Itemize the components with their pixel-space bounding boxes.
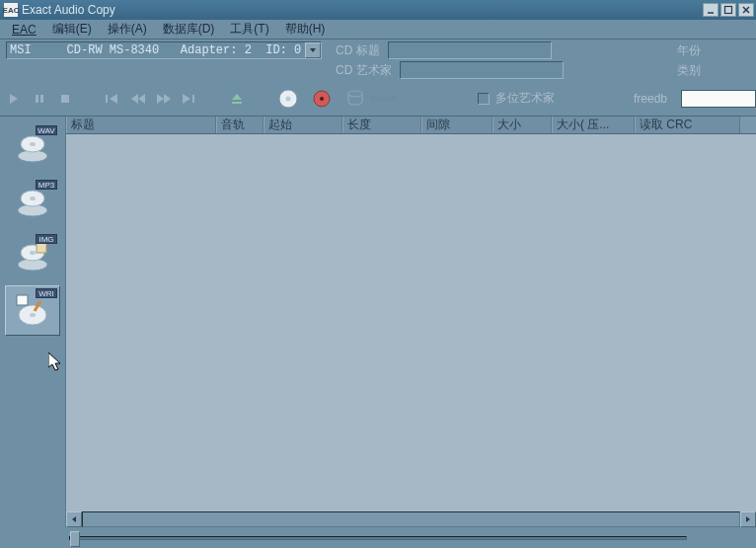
title-bar: EAC Exact Audio Copy <box>0 0 756 20</box>
svg-point-23 <box>348 91 362 97</box>
img-badge: IMG <box>36 234 57 244</box>
svg-point-32 <box>30 251 36 255</box>
menu-eac[interactable]: EAC <box>4 21 44 39</box>
genre-label: 类别 <box>677 62 701 79</box>
col-compsize[interactable]: 大小( 压... <box>552 117 635 133</box>
track-list[interactable] <box>66 134 756 511</box>
svg-marker-13 <box>157 94 164 104</box>
col-track[interactable]: 音轨 <box>216 117 264 133</box>
drive-selector[interactable]: MSI CD-RW MS-8340 Adapter: 2 ID: 0 <box>6 41 322 59</box>
svg-marker-14 <box>164 94 171 104</box>
freedb-input[interactable] <box>681 90 756 108</box>
main-area: WAV MP3 IMG WRI 标题 音轨 起始 长度 间隙 大小 大小( 压.… <box>0 117 756 527</box>
playback-toolbar: freedb 多位艺术家 freedb <box>0 81 756 117</box>
prev-track-button[interactable] <box>105 91 120 107</box>
menu-help[interactable]: 帮助(H) <box>277 19 334 39</box>
wri-badge: WRI <box>36 288 57 298</box>
wav-badge: WAV <box>36 125 57 135</box>
hscroll-track[interactable] <box>82 511 740 527</box>
pause-button[interactable] <box>32 91 47 107</box>
multiartist-label: 多位艺术家 <box>495 90 555 107</box>
svg-marker-17 <box>232 94 242 100</box>
drive-selector-text: MSI CD-RW MS-8340 Adapter: 2 ID: 0 <box>7 43 305 57</box>
svg-point-22 <box>320 97 324 101</box>
svg-marker-5 <box>10 94 18 104</box>
svg-marker-38 <box>72 516 76 522</box>
svg-point-35 <box>30 313 36 317</box>
sidebar: WAV MP3 IMG WRI <box>0 117 66 527</box>
seek-thumb[interactable] <box>70 531 80 547</box>
sidebar-img[interactable]: IMG <box>5 231 60 281</box>
cd-icon[interactable] <box>276 87 300 111</box>
sidebar-mp3[interactable]: MP3 <box>5 177 60 227</box>
rewind-button[interactable] <box>130 91 146 107</box>
track-list-area: 标题 音轨 起始 长度 间隙 大小 大小( 压... 读取 CRC <box>66 117 756 527</box>
svg-rect-1 <box>725 7 732 14</box>
cd-title-label: CD 标题 <box>336 42 380 59</box>
col-start[interactable]: 起始 <box>264 117 342 133</box>
sidebar-wri[interactable]: WRI <box>5 285 60 336</box>
svg-rect-16 <box>192 95 194 103</box>
scroll-left-button[interactable] <box>66 511 82 527</box>
next-track-button[interactable] <box>182 91 197 107</box>
col-length[interactable]: 长度 <box>342 117 421 133</box>
svg-rect-18 <box>232 102 242 104</box>
cd-artist-label: CD 艺术家 <box>336 62 392 79</box>
minimize-button[interactable] <box>703 3 718 17</box>
column-headers: 标题 音轨 起始 长度 间隙 大小 大小( 压... 读取 CRC <box>66 117 756 134</box>
eject-button[interactable] <box>229 91 245 107</box>
seek-track[interactable] <box>69 536 687 540</box>
freedb-icon[interactable] <box>343 87 367 111</box>
svg-rect-8 <box>61 95 69 103</box>
freedb-label: freedb <box>634 92 667 106</box>
svg-marker-4 <box>310 48 316 52</box>
artist-row: CD 艺术家 类别 <box>0 61 756 81</box>
svg-marker-39 <box>746 516 750 522</box>
col-gap[interactable]: 间隙 <box>421 117 492 133</box>
svg-rect-6 <box>36 95 38 103</box>
svg-point-20 <box>286 96 291 101</box>
menu-tools[interactable]: 工具(T) <box>222 19 276 39</box>
menu-bar: EAC 编辑(E) 操作(A) 数据库(D) 工具(T) 帮助(H) <box>0 20 756 39</box>
window-title: Exact Audio Copy <box>22 3 701 17</box>
app-icon: EAC <box>4 3 18 17</box>
stop-button[interactable] <box>57 91 73 107</box>
svg-rect-7 <box>40 95 43 103</box>
cd-title-input[interactable] <box>388 41 552 59</box>
maximize-button[interactable] <box>720 3 736 17</box>
play-button[interactable] <box>6 91 22 107</box>
svg-rect-36 <box>17 295 28 305</box>
freedb-text: freedb <box>371 94 397 104</box>
svg-marker-10 <box>110 94 117 104</box>
cd-artist-input[interactable] <box>400 61 564 79</box>
sidebar-wav[interactable]: WAV <box>5 122 60 173</box>
col-title[interactable]: 标题 <box>66 117 216 133</box>
scroll-right-button[interactable] <box>740 511 756 527</box>
multiartist-checkbox[interactable] <box>478 93 490 105</box>
menu-database[interactable]: 数据库(D) <box>155 19 223 39</box>
svg-marker-15 <box>183 94 190 104</box>
svg-point-29 <box>30 196 36 200</box>
col-tail <box>740 117 756 133</box>
forward-button[interactable] <box>156 91 172 107</box>
close-button[interactable] <box>738 3 754 17</box>
year-label: 年份 <box>677 42 701 59</box>
svg-marker-12 <box>138 94 145 104</box>
svg-point-26 <box>30 142 36 146</box>
menu-edit[interactable]: 编辑(E) <box>44 19 100 39</box>
svg-rect-9 <box>106 95 108 103</box>
record-icon[interactable] <box>310 87 334 111</box>
col-size[interactable]: 大小 <box>492 117 552 133</box>
svg-rect-33 <box>37 243 46 253</box>
drive-selector-dropdown[interactable] <box>305 42 321 58</box>
menu-action[interactable]: 操作(A) <box>100 19 155 39</box>
mp3-badge: MP3 <box>36 180 57 190</box>
drive-row: MSI CD-RW MS-8340 Adapter: 2 ID: 0 CD 标题… <box>0 39 756 61</box>
svg-marker-11 <box>131 94 138 104</box>
col-readcrc[interactable]: 读取 CRC <box>635 117 740 133</box>
seek-area <box>0 527 756 548</box>
hscrollbar[interactable] <box>66 511 756 527</box>
